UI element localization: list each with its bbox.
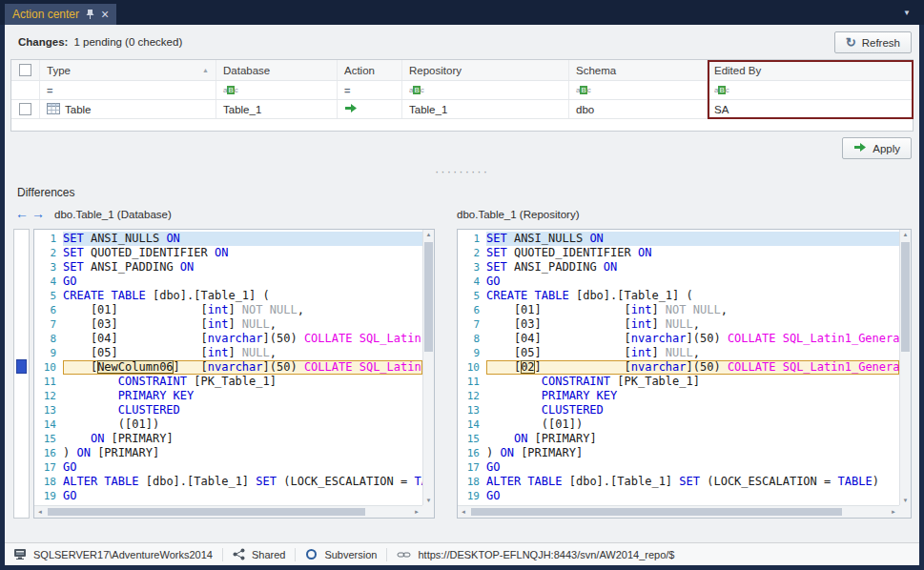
- scrollbar-corner: [422, 505, 434, 518]
- line-number: 19: [458, 489, 486, 503]
- row-checkbox[interactable]: [19, 103, 31, 115]
- scroll-down-icon[interactable]: ▼: [900, 498, 911, 503]
- close-icon[interactable]: ×: [101, 9, 109, 20]
- grid-filler: [11, 119, 913, 131]
- previous-difference-button[interactable]: ←: [15, 207, 29, 220]
- abc-letter: c: [235, 86, 238, 94]
- code-text: [NewColumn06] [nvarchar](50) COLLATE SQL…: [63, 360, 422, 375]
- column-header-schema[interactable]: Schema: [569, 60, 708, 80]
- horizontal-scrollbar[interactable]: ◄ ►: [34, 505, 422, 518]
- filter-repository[interactable]: aBc: [402, 81, 569, 99]
- vertical-scrollbar-thumb[interactable]: [901, 242, 910, 352]
- tab-title: Action center: [12, 8, 79, 21]
- column-header-database[interactable]: Database: [216, 60, 338, 80]
- tab-action-center[interactable]: Action center ×: [5, 4, 116, 25]
- code-text: SET ANSI_PADDING ON: [486, 260, 899, 275]
- server-label: SQLSERVER17\AdventureWorks2014: [33, 549, 213, 560]
- code-text: [01] [int] NOT NULL,: [63, 303, 422, 317]
- vertical-scrollbar[interactable]: ▲ ▼: [899, 230, 911, 505]
- column-header-type[interactable]: Type ▲: [40, 60, 216, 80]
- filter-database[interactable]: aBc: [216, 81, 338, 99]
- line-number: 8: [34, 332, 63, 346]
- line-number: 7: [458, 317, 486, 332]
- code-text: SET QUOTED_IDENTIFIER ON: [486, 246, 899, 260]
- code-line: 10 [NewColumn06] [nvarchar](50) COLLATE …: [34, 360, 422, 375]
- select-all-checkbox[interactable]: [19, 64, 31, 76]
- abc-filter-icon: aBc: [223, 86, 238, 94]
- vertical-scrollbar-thumb[interactable]: [424, 242, 433, 352]
- status-separator: [386, 548, 387, 561]
- filter-action[interactable]: =: [338, 81, 402, 99]
- splitter-handle[interactable]: ·········: [5, 168, 919, 179]
- vertical-scrollbar[interactable]: ▲ ▼: [422, 230, 434, 505]
- column-header-repository[interactable]: Repository: [402, 60, 569, 80]
- scroll-left-icon[interactable]: ◄: [37, 509, 43, 515]
- code-text: ON [PRIMARY]: [63, 432, 422, 446]
- filter-edited-by[interactable]: aBc: [708, 81, 913, 99]
- row-repository-cell: Table_1: [402, 100, 569, 118]
- scroll-right-icon[interactable]: ►: [414, 509, 420, 515]
- scroll-down-icon[interactable]: ▼: [423, 498, 434, 503]
- change-marker[interactable]: [16, 359, 27, 374]
- line-number: 17: [458, 460, 486, 475]
- abc-filter-icon: aBc: [409, 86, 424, 94]
- line-number: 18: [34, 475, 63, 489]
- status-separator: [222, 548, 223, 561]
- line-number: 8: [458, 332, 486, 346]
- code-line: 5CREATE TABLE [dbo].[Table_1] (: [458, 289, 899, 303]
- column-header-action[interactable]: Action: [338, 60, 402, 80]
- filter-cell-empty: [11, 81, 40, 99]
- horizontal-scrollbar-thumb[interactable]: [48, 508, 365, 516]
- filter-schema[interactable]: aBc: [569, 81, 708, 99]
- scroll-up-icon[interactable]: ▲: [900, 232, 911, 237]
- filter-type[interactable]: =: [40, 81, 216, 99]
- row-type-cell: Table: [40, 100, 216, 118]
- line-number: 10: [458, 360, 486, 375]
- code-text: PRIMARY KEY: [486, 389, 899, 403]
- apply-button[interactable]: Apply: [842, 137, 912, 159]
- code-line: 16) ON [PRIMARY]: [34, 446, 422, 460]
- column-label: Repository: [409, 65, 462, 76]
- change-row[interactable]: Table Table_1 Table_1 dbo SA: [11, 100, 913, 119]
- scroll-right-icon[interactable]: ►: [891, 509, 896, 515]
- line-number: 5: [34, 289, 63, 303]
- status-bar: SQLSERVER17\AdventureWorks2014 Shared Su…: [5, 542, 919, 565]
- refresh-button[interactable]: ↻ Refresh: [834, 31, 912, 53]
- line-number: 10: [34, 360, 63, 375]
- abc-letter: B: [718, 86, 725, 94]
- chevron-down-icon[interactable]: ▼: [903, 9, 911, 17]
- code-line: 14 ([01]): [34, 417, 422, 432]
- next-difference-button[interactable]: →: [31, 207, 45, 220]
- changes-section: Changes:1 pending (0 checked) ↻ Refresh …: [5, 25, 919, 168]
- code-text: CLUSTERED: [63, 403, 422, 417]
- code-text: CREATE TABLE [dbo].[Table_1] (: [63, 289, 422, 303]
- action-center-content: Changes:1 pending (0 checked) ↻ Refresh …: [5, 25, 919, 542]
- code-line: 11 CONSTRAINT [PK_Table_1]: [458, 375, 899, 389]
- line-number: 7: [34, 317, 63, 332]
- change-map-gutter[interactable]: [13, 229, 30, 519]
- scrollbar-corner: [899, 505, 911, 518]
- abc-filter-icon: aBc: [576, 86, 591, 94]
- pin-icon[interactable]: [86, 9, 94, 20]
- row-schema-cell: dbo: [569, 100, 708, 118]
- code-text: CREATE TABLE [dbo].[Table_1] (: [486, 289, 899, 303]
- code-text: ) ON [PRIMARY]: [63, 446, 422, 460]
- column-label: Database: [223, 65, 270, 76]
- code-line: 7 [03] [int] NULL,: [458, 317, 899, 332]
- scroll-left-icon[interactable]: ◄: [461, 509, 466, 515]
- line-number: 6: [458, 303, 486, 317]
- scroll-up-icon[interactable]: ▲: [423, 232, 434, 237]
- code-line: 11 CONSTRAINT [PK_Table_1]: [34, 375, 422, 389]
- code-line: 18ALTER TABLE [dbo].[Table_1] SET (LOCK_…: [34, 475, 422, 489]
- equals-filter-icon: =: [47, 85, 52, 96]
- link-icon: [397, 550, 411, 560]
- code-text: ([01]): [63, 417, 422, 432]
- horizontal-scrollbar-thumb[interactable]: [471, 508, 842, 516]
- horizontal-scrollbar[interactable]: ◄ ►: [458, 505, 899, 518]
- differences-section: Differences ← → dbo.Table_1 (Database) d…: [5, 179, 919, 542]
- abc-letter: c: [421, 86, 424, 94]
- column-header-edited-by[interactable]: Edited By: [708, 60, 913, 80]
- code-text: ON [PRIMARY]: [486, 432, 899, 446]
- code-text: GO: [63, 489, 422, 503]
- code-line: 4GO: [458, 275, 899, 289]
